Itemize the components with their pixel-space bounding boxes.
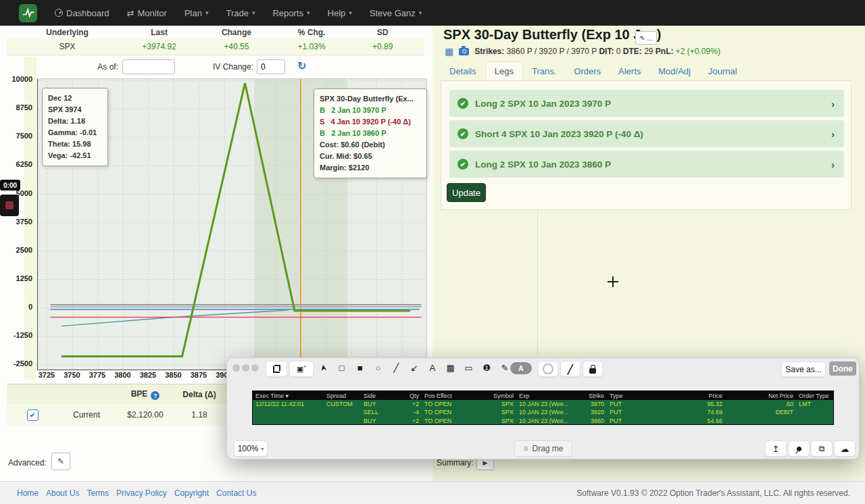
tab-mod-adj[interactable]: Mod/Adj xyxy=(649,62,699,80)
footer-link-copyright[interactable]: Copyright xyxy=(174,488,209,498)
nav-reports[interactable]: Reports▾ xyxy=(272,8,310,18)
spotlight-tool[interactable]: ▭ xyxy=(460,363,476,373)
camera-icon[interactable] xyxy=(459,48,469,55)
current-checkbox[interactable]: ✔ xyxy=(27,409,39,421)
stop-record-icon[interactable] xyxy=(5,201,14,209)
lock-button[interactable] xyxy=(583,361,603,377)
footer-link-terms[interactable]: Terms xyxy=(86,488,109,498)
counter-tool[interactable]: ❶ xyxy=(478,363,495,373)
window-dot[interactable] xyxy=(242,364,249,372)
trade-col-header[interactable]: Side xyxy=(361,393,401,399)
app-logo[interactable] xyxy=(19,4,37,22)
chevron-right-icon[interactable]: › xyxy=(831,128,835,140)
save-as-button[interactable]: Save as... xyxy=(781,361,826,377)
info-icon[interactable]: ? xyxy=(151,391,159,400)
tab-orders[interactable]: Orders xyxy=(565,62,610,80)
chevron-down-icon: ▾ xyxy=(349,9,352,16)
footer-link-privacy[interactable]: Privacy Policy xyxy=(116,488,167,498)
iv-change-label: IV Change: xyxy=(203,62,253,72)
text-tool[interactable]: A xyxy=(424,363,441,373)
x-axis-tick: 3850 xyxy=(160,371,187,379)
highlight-tool[interactable]: A xyxy=(510,362,532,374)
trade-col-header[interactable]: Pos Effect xyxy=(422,393,469,399)
trade-col-header[interactable]: Qty xyxy=(401,393,422,399)
nav-monitor[interactable]: ⇄ Monitor xyxy=(127,8,167,18)
y-axis-tick: 0 xyxy=(0,303,32,311)
ellipse-tool[interactable]: ○ xyxy=(370,363,386,373)
check-circle-icon: ✔ xyxy=(458,98,468,109)
nav-plan[interactable]: Plan▾ xyxy=(184,8,209,18)
tab-details[interactable]: Details xyxy=(441,62,485,80)
footer-link-home[interactable]: Home xyxy=(17,488,39,498)
cloud-icon: ☁ xyxy=(841,444,849,454)
trade-col-header[interactable]: Order Type xyxy=(796,393,833,399)
trade-col-header[interactable]: Exp xyxy=(516,393,578,399)
stroke-button[interactable]: ╱ xyxy=(560,361,580,377)
share-button[interactable]: ↥ xyxy=(765,440,787,457)
color-swatch-button[interactable] xyxy=(538,361,558,377)
page-title: SPX 30-Day Butterfly (Exp 10 Jan) xyxy=(443,27,661,43)
window-dot[interactable] xyxy=(232,364,240,372)
nav-user-menu[interactable]: Steve Ganz▾ xyxy=(370,8,422,18)
trade-col-header[interactable]: Exec Time ▾ xyxy=(253,393,324,399)
trade-col-header[interactable]: Symbol xyxy=(469,393,516,399)
y-axis-tick: 3750 xyxy=(0,218,32,226)
tab-journal[interactable]: Journal xyxy=(699,62,746,80)
footer-link-contact[interactable]: Contact Us xyxy=(216,488,256,498)
window-dot[interactable] xyxy=(251,364,259,372)
refresh-icon[interactable]: ↻ xyxy=(297,59,306,72)
trade-col-header[interactable]: Spread xyxy=(324,393,361,399)
crop-button[interactable] xyxy=(266,361,287,377)
zoom-select[interactable]: 100% ▾ xyxy=(234,440,268,457)
chevron-right-icon[interactable]: › xyxy=(831,98,835,109)
y-axis-tick: 7500 xyxy=(0,132,32,140)
trade-cell-price: 95.32 xyxy=(631,401,725,407)
tab-trans[interactable]: Trans. xyxy=(523,62,565,80)
iv-change-input[interactable] xyxy=(257,59,285,74)
chevron-right-icon[interactable]: › xyxy=(831,159,835,170)
pin-button[interactable] xyxy=(788,440,810,457)
trade-col-header[interactable]: Price xyxy=(631,393,725,399)
trade-col-header[interactable]: Type xyxy=(607,393,631,399)
footer-link-about[interactable]: About Us xyxy=(46,488,79,498)
y-axis-tick: 10000 xyxy=(0,75,32,83)
recorder-controls[interactable] xyxy=(0,195,19,216)
trade-cell-strike: 3970 xyxy=(578,401,607,407)
rect-outline-tool[interactable]: □ xyxy=(334,363,350,373)
title-edit-button[interactable]: ✎ ... xyxy=(635,31,657,45)
tab-alerts[interactable]: Alerts xyxy=(610,62,649,80)
image-add-button[interactable]: ▣+ xyxy=(289,361,314,377)
done-button[interactable]: Done xyxy=(829,361,856,376)
drag-handle[interactable]: ≡ Drag me xyxy=(514,440,572,457)
copy-button[interactable]: ⧉ xyxy=(811,440,833,457)
tab-legs[interactable]: Legs xyxy=(485,61,523,80)
window-controls[interactable] xyxy=(232,364,259,372)
arrow-tool[interactable]: ↙ xyxy=(406,363,422,373)
trade-col-header[interactable]: Net Price xyxy=(725,393,796,399)
grid-icon[interactable]: ▦ xyxy=(445,46,453,57)
cloud-upload-button[interactable]: ☁ xyxy=(834,440,856,457)
trade-col-header[interactable]: Strike xyxy=(578,393,607,399)
line-tool[interactable]: ╱ xyxy=(388,363,404,373)
rect-filled-tool[interactable]: ■ xyxy=(352,363,368,373)
as-of-input[interactable] xyxy=(122,59,175,74)
strategy-tabs: Details Legs Trans. Orders Alerts Mod/Ad… xyxy=(441,62,746,80)
underlying-symbol: SPX xyxy=(7,42,128,51)
select-tool[interactable]: ➤ xyxy=(318,359,330,376)
update-button[interactable]: Update xyxy=(447,183,486,202)
trade-cell-side: BUY xyxy=(361,418,401,424)
pixelate-tool[interactable]: ▦ xyxy=(443,363,459,373)
leg-row-3[interactable]: ✔ Long 2 SPX 10 Jan 2023 3860 P › xyxy=(449,151,844,178)
nav-help[interactable]: Help▾ xyxy=(328,8,352,18)
share-icon: ↥ xyxy=(772,444,780,454)
leg-row-2[interactable]: ✔ Short 4 SPX 10 Jan 2023 3920 P (-40 Δ)… xyxy=(449,120,844,147)
trade-cell-price: 54.66 xyxy=(631,418,725,424)
nav-dashboard[interactable]: Dashboard xyxy=(55,8,109,18)
nav-trade[interactable]: Trade▾ xyxy=(226,8,255,18)
leg-row-1[interactable]: ✔ Long 2 SPX 10 Jan 2023 3970 P › xyxy=(449,90,844,117)
tooltip-date: Dec 12 xyxy=(48,93,102,104)
x-axis-tick: 3825 xyxy=(134,371,162,379)
copy-icon: ⧉ xyxy=(819,444,825,453)
bpe-value: $2,120.00 xyxy=(115,410,176,420)
advanced-edit-button[interactable]: ✎ xyxy=(51,453,70,470)
